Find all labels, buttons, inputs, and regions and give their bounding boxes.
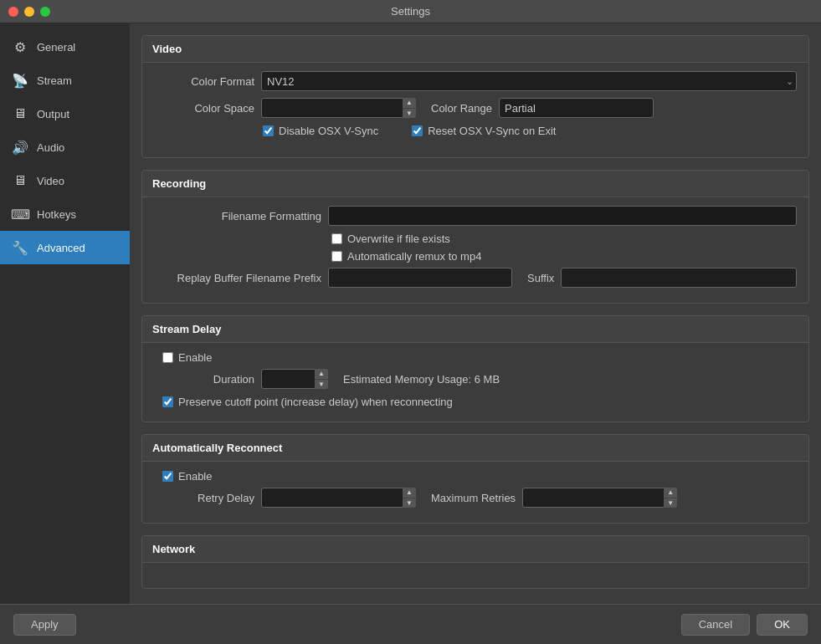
sidebar: ⚙ General 📡 Stream 🖥 Output 🔊 Audio 🖥 Vi… — [0, 23, 130, 604]
retry-delay-spinner: 10 s ▲ ▼ — [261, 488, 416, 508]
max-retries-spinner: 20 ▲ ▼ — [522, 488, 677, 508]
duration-spinners: ▲ ▼ — [315, 369, 328, 389]
replay-row: Replay Buffer Filename Prefix Replay Suf… — [154, 268, 797, 288]
filename-row: Filename Formatting %CCYY-%MM-%DD %hh-%m… — [154, 206, 797, 226]
retry-delay-up[interactable]: ▲ — [403, 488, 416, 498]
color-space-down[interactable]: ▼ — [403, 109, 416, 119]
overwrite-label: Overwrite if file exists — [347, 233, 450, 245]
preserve-cutoff-checkbox[interactable] — [162, 396, 173, 407]
auto-reconnect-title: Automatically Reconnect — [142, 435, 808, 462]
overwrite-row: Overwrite if file exists — [154, 233, 797, 245]
minimize-button[interactable] — [24, 7, 34, 17]
color-space-input[interactable]: 601 — [261, 98, 416, 118]
disable-vsync-label: Disable OSX V-Sync — [279, 125, 378, 137]
recording-section: Recording Filename Formatting %CCYY-%MM-… — [141, 170, 809, 304]
duration-up[interactable]: ▲ — [315, 369, 328, 380]
sidebar-label-advanced: Advanced — [37, 242, 85, 254]
sidebar-label-output: Output — [37, 108, 69, 120]
color-range-select[interactable]: Partial — [499, 98, 654, 118]
color-space-spinners: ▲ ▼ — [403, 98, 416, 118]
titlebar: Settings — [0, 0, 821, 23]
color-range-label: Color Range — [431, 102, 492, 115]
filename-label: Filename Formatting — [154, 210, 321, 222]
footer: Apply Cancel OK — [0, 604, 821, 644]
footer-right-buttons: Cancel OK — [681, 614, 808, 636]
app-body: ⚙ General 📡 Stream 🖥 Output 🔊 Audio 🖥 Vi… — [0, 23, 821, 604]
gear-icon: ⚙ — [12, 38, 28, 55]
auto-reconnect-enable-checkbox[interactable] — [162, 471, 173, 482]
main-content: Video Color Format NV12 Color Space 601 — [130, 23, 821, 604]
stream-delay-section: Stream Delay Enable Duration 20 s ▲ ▼ — [141, 315, 809, 422]
stream-icon: 📡 — [12, 72, 28, 89]
remux-checkbox[interactable] — [331, 251, 342, 262]
sidebar-item-output[interactable]: 🖥 Output — [0, 97, 130, 130]
advanced-icon: 🔧 — [12, 239, 28, 256]
disable-vsync-row: Disable OSX V-Sync — [263, 125, 378, 137]
recording-section-body: Filename Formatting %CCYY-%MM-%DD %hh-%m… — [142, 197, 808, 303]
reset-vsync-checkbox[interactable] — [412, 125, 423, 136]
color-format-select[interactable]: NV12 — [261, 71, 797, 91]
sidebar-label-hotkeys: Hotkeys — [37, 208, 76, 221]
duration-spinner: 20 s ▲ ▼ — [261, 369, 328, 389]
estimated-memory-label: Estimated Memory Usage: 6 MB — [343, 373, 500, 386]
sidebar-label-video: Video — [37, 175, 64, 187]
overwrite-checkbox[interactable] — [331, 233, 342, 244]
auto-reconnect-section: Automatically Reconnect Enable Retry Del… — [141, 434, 809, 524]
max-retries-spinners: ▲ ▼ — [664, 488, 677, 508]
filename-input[interactable]: %CCYY-%MM-%DD %hh-%mm-%ss — [328, 206, 797, 226]
auto-reconnect-enable-label: Enable — [178, 470, 212, 483]
stream-delay-enable-checkbox[interactable] — [162, 352, 173, 363]
preserve-cutoff-label: Preserve cutoff point (increase delay) w… — [178, 396, 453, 408]
stream-delay-enable-row: Enable — [154, 351, 797, 364]
sidebar-item-general[interactable]: ⚙ General — [0, 30, 130, 64]
retry-delay-row: Retry Delay 10 s ▲ ▼ Maximum Retries 20 … — [154, 488, 797, 508]
max-retries-input[interactable]: 20 — [522, 488, 677, 508]
apply-button[interactable]: Apply — [13, 614, 76, 636]
maximize-button[interactable] — [40, 7, 50, 17]
sidebar-item-hotkeys[interactable]: ⌨ Hotkeys — [0, 197, 130, 231]
replay-prefix-input[interactable]: Replay — [328, 268, 512, 288]
ok-button[interactable]: OK — [757, 614, 808, 636]
preserve-cutoff-row: Preserve cutoff point (increase delay) w… — [154, 396, 797, 408]
color-space-up[interactable]: ▲ — [403, 98, 416, 109]
duration-down[interactable]: ▼ — [315, 380, 328, 390]
disable-vsync-checkbox[interactable] — [263, 125, 274, 136]
replay-prefix-label: Replay Buffer Filename Prefix — [154, 272, 321, 284]
output-icon: 🖥 — [12, 105, 28, 122]
sidebar-item-audio[interactable]: 🔊 Audio — [0, 130, 130, 164]
color-format-row: Color Format NV12 — [154, 71, 797, 91]
duration-row: Duration 20 s ▲ ▼ Estimated Memory Usage… — [154, 369, 797, 389]
video-section-title: Video — [142, 36, 808, 63]
color-format-label: Color Format — [154, 75, 254, 88]
sidebar-label-general: General — [37, 41, 75, 54]
sidebar-item-video[interactable]: 🖥 Video — [0, 164, 130, 197]
video-section-body: Color Format NV12 Color Space 601 ▲ — [142, 63, 808, 157]
color-space-row: Color Space 601 ▲ ▼ Color Range Partial — [154, 98, 797, 118]
reset-vsync-row: Reset OSX V-Sync on Exit — [412, 125, 556, 137]
max-retries-label: Maximum Retries — [431, 492, 516, 504]
cancel-button[interactable]: Cancel — [681, 614, 750, 636]
sidebar-item-advanced[interactable]: 🔧 Advanced — [0, 231, 130, 264]
retry-delay-input[interactable]: 10 s — [261, 488, 416, 508]
network-section: Network — [141, 535, 809, 589]
color-space-label: Color Space — [154, 102, 254, 115]
hotkeys-icon: ⌨ — [12, 206, 28, 222]
video-icon: 🖥 — [12, 172, 28, 189]
window-title: Settings — [391, 5, 430, 18]
stream-delay-enable-label: Enable — [178, 351, 212, 364]
retry-delay-down[interactable]: ▼ — [403, 498, 416, 509]
reset-vsync-label: Reset OSX V-Sync on Exit — [428, 125, 556, 137]
network-body — [142, 563, 808, 588]
stream-delay-title: Stream Delay — [142, 316, 808, 343]
suffix-input[interactable] — [561, 268, 797, 288]
retry-delay-label: Retry Delay — [154, 492, 254, 504]
close-button[interactable] — [8, 7, 18, 17]
auto-reconnect-enable-row: Enable — [154, 470, 797, 483]
color-range-wrapper: Partial — [499, 98, 654, 118]
max-retries-up[interactable]: ▲ — [664, 488, 677, 498]
stream-delay-body: Enable Duration 20 s ▲ ▼ Estimated Memor… — [142, 343, 808, 422]
sidebar-item-stream[interactable]: 📡 Stream — [0, 64, 130, 97]
remux-label: Automatically remux to mp4 — [347, 250, 481, 263]
color-space-spinner: 601 ▲ ▼ — [261, 98, 416, 118]
max-retries-down[interactable]: ▼ — [664, 498, 677, 509]
